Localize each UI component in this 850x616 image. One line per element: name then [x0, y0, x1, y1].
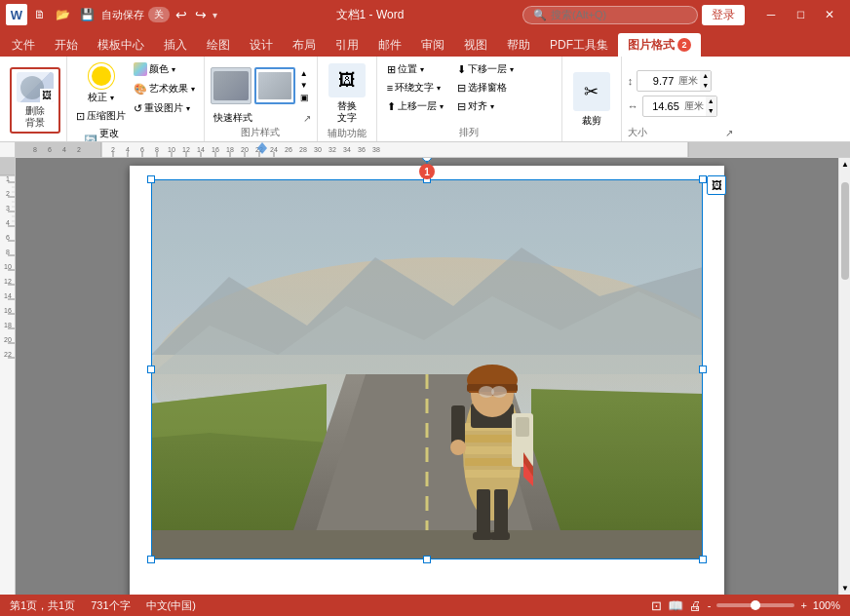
alt-text-btn[interactable]: 🖼 替换文字 [324, 60, 370, 127]
language[interactable]: 中文(中国) [146, 598, 196, 613]
height-input-wrapper: 厘米 ▲ ▼ [637, 70, 712, 92]
style-preview-1[interactable] [211, 67, 251, 104]
view-normal-btn[interactable]: ⊡ [651, 598, 662, 613]
view-print-btn[interactable]: 🖨 [689, 598, 702, 613]
tab-draw[interactable]: 绘图 [197, 33, 240, 57]
group-styles-label: 图片样式 [211, 126, 311, 139]
group-accessibility: 🖼 替换文字 辅助功能 [318, 57, 377, 141]
color-btn[interactable]: 颜色 ▾ [131, 60, 198, 78]
handle-bc[interactable] [423, 556, 431, 563]
scroll-up-btn[interactable]: ▲ [839, 158, 850, 171]
height-down[interactable]: ▼ [700, 81, 711, 91]
handle-tl[interactable] [147, 175, 155, 183]
remove-bg-btn[interactable]: 🖼 删除背景 [10, 67, 60, 134]
doc-title: 文档1 - Word [221, 7, 519, 23]
change-pic-icon: 🔄 [84, 135, 97, 143]
tab-review[interactable]: 审阅 [411, 33, 454, 57]
handle-bl[interactable] [147, 556, 155, 563]
svg-text:20: 20 [241, 146, 249, 153]
new-file-btn[interactable]: 🗎 [31, 6, 49, 23]
svg-text:8: 8 [33, 146, 37, 153]
style-preview-2[interactable] [254, 67, 295, 104]
tab-mail[interactable]: 邮件 [368, 33, 411, 57]
change-pic-btn[interactable]: 🔄 更改图片 [81, 126, 122, 142]
quick-styles-btn[interactable]: 快速样式 [211, 110, 255, 126]
zoom-out-btn[interactable]: - [708, 599, 712, 611]
word-count[interactable]: 731个字 [91, 598, 130, 613]
tab-pdf[interactable]: PDF工具集 [540, 33, 618, 57]
crop-icon: ✂ [573, 72, 610, 111]
wrap-text-icon: ≡ [387, 82, 393, 94]
bring-forward-label: 上移一层 ▾ [398, 99, 444, 113]
group-accessibility-label: 辅助功能 [324, 127, 370, 140]
zoom-in-btn[interactable]: + [800, 599, 806, 611]
layout-options-btn[interactable]: 🖼 [707, 175, 726, 195]
corrections-icon [88, 62, 115, 90]
tab-template[interactable]: 模板中心 [88, 33, 154, 57]
art-effects-btn[interactable]: 🎨 艺术效果 ▾ [131, 80, 198, 97]
size-expand-icon[interactable]: ↗ [725, 128, 733, 138]
minimize-btn[interactable]: ─ [756, 1, 786, 28]
width-input[interactable] [643, 99, 682, 113]
handle-mr[interactable] [699, 366, 707, 373]
tab-insert[interactable]: 插入 [154, 33, 197, 57]
login-btn[interactable]: 登录 [702, 5, 745, 25]
search-box[interactable]: 🔍 [522, 6, 698, 24]
vertical-scrollbar[interactable]: ▲ ▼ [838, 158, 850, 595]
close-btn[interactable]: ✕ [815, 1, 844, 28]
style-expand[interactable]: ▣ [298, 92, 311, 103]
align-btn[interactable]: ⊟ 对齐 ▾ [453, 97, 531, 115]
width-up[interactable]: ▲ [706, 96, 716, 106]
scroll-down-btn[interactable]: ▼ [839, 582, 850, 595]
remove-bg-label: 删除背景 [25, 105, 45, 129]
tab-design[interactable]: 设计 [240, 33, 283, 57]
tab-references[interactable]: 引用 [326, 33, 368, 57]
zoom-slider[interactable] [716, 603, 794, 607]
width-down[interactable]: ▼ [706, 106, 716, 116]
scrollbar-thumb[interactable] [841, 182, 849, 280]
bring-forward-btn[interactable]: ⬆ 上移一层 ▾ [383, 97, 451, 115]
corrections-btn[interactable]: 校正 ▾ [85, 60, 118, 106]
tab-home[interactable]: 开始 [45, 33, 88, 57]
view-reading-btn[interactable]: 📖 [668, 598, 683, 613]
svg-text:2: 2 [111, 146, 115, 153]
open-file-btn[interactable]: 📂 [53, 6, 73, 23]
maximize-btn[interactable]: ☐ [786, 1, 815, 28]
bring-forward-icon: ⬆ [387, 100, 396, 113]
handle-ml[interactable] [147, 366, 155, 373]
search-input[interactable] [551, 9, 687, 20]
zoom-level[interactable]: 100% [813, 599, 840, 611]
styles-expand-icon[interactable]: ↗ [303, 113, 311, 124]
tab-view[interactable]: 视图 [454, 33, 497, 57]
tab-help[interactable]: 帮助 [497, 33, 540, 57]
save-btn[interactable]: 💾 [77, 6, 97, 23]
undo-btn[interactable]: ↩ [174, 7, 189, 22]
crop-btn[interactable]: ✂ 裁剪 [568, 67, 615, 134]
group-size-label: 大小 [628, 126, 647, 139]
reset-pic-btn[interactable]: ↺ 重设图片 ▾ [131, 99, 198, 117]
tab-layout[interactable]: 布局 [283, 33, 326, 57]
redo-btn[interactable]: ↪ [193, 7, 209, 22]
style-scroll-down[interactable]: ▼ [298, 80, 311, 91]
auto-save-toggle[interactable]: 关 [148, 7, 170, 22]
height-up[interactable]: ▲ [700, 71, 711, 81]
svg-text:12: 12 [4, 278, 12, 285]
handle-br[interactable] [699, 556, 707, 563]
image-selection-container[interactable]: 1 🖼 [151, 179, 703, 559]
rotate-handle[interactable] [422, 158, 432, 162]
title-bar: W 🗎 📂 💾 自动保存 关 ↩ ↪ ▾ 文档1 - Word 🔍 登录 ─ ☐… [0, 0, 850, 29]
position-btn[interactable]: ⊞ 位置 ▾ [383, 60, 451, 78]
tab-file[interactable]: 文件 [2, 33, 45, 57]
svg-text:2: 2 [77, 146, 81, 153]
selection-pane-btn[interactable]: ⊟ 选择窗格 [453, 79, 531, 96]
page-info[interactable]: 第1页，共1页 [10, 598, 75, 613]
quick-access-more[interactable]: ▾ [212, 10, 217, 20]
svg-text:34: 34 [343, 146, 351, 153]
style-scroll-up[interactable]: ▲ [298, 68, 311, 79]
wrap-text-btn[interactable]: ≡ 环绕文字 ▾ [383, 79, 451, 96]
handle-tr[interactable] [699, 175, 707, 183]
height-input[interactable] [638, 74, 676, 88]
send-backward-btn[interactable]: ⬇ 下移一层 ▾ [453, 60, 531, 78]
compress-pic-btn[interactable]: ⊡ 压缩图片 [73, 108, 129, 124]
tab-picture-format[interactable]: 图片格式 2 [618, 33, 701, 57]
